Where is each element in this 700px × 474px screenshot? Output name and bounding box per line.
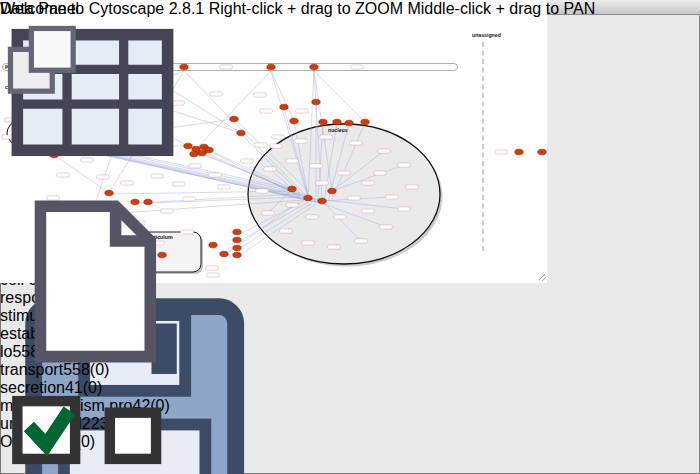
node-label-pill xyxy=(310,164,323,168)
network-node[interactable] xyxy=(304,195,312,201)
network-node[interactable] xyxy=(184,143,192,149)
float-panel-icon[interactable] xyxy=(0,88,84,105)
data-panel: Data Panel f(x) ID_cellularLayoutRegiona… xyxy=(0,0,185,474)
node-label-pill xyxy=(207,273,220,277)
node-label-pill xyxy=(328,245,341,249)
node-label-pill xyxy=(338,171,351,175)
node-label-pill xyxy=(320,135,333,139)
node-label-pill xyxy=(495,150,508,154)
network-node[interactable] xyxy=(233,245,241,251)
node-label-pill xyxy=(348,196,361,200)
node-label-pill xyxy=(189,164,202,168)
status-welcome: Welcome to Cytoscape 2.8.1 xyxy=(0,0,204,17)
node-label-pill xyxy=(351,65,364,69)
network-node[interactable] xyxy=(205,147,213,153)
node-label-pill xyxy=(272,135,285,139)
network-node[interactable] xyxy=(515,149,523,155)
node-label-pill xyxy=(316,181,329,185)
compartment-label: nucleus xyxy=(328,127,348,133)
network-node[interactable] xyxy=(267,64,275,70)
node-label-pill xyxy=(286,159,299,163)
node-label-pill xyxy=(362,209,375,213)
node-label-pill xyxy=(355,239,368,243)
node-label-pill xyxy=(262,211,275,215)
node-label-pill xyxy=(280,229,293,233)
status-pan-hint: Middle-click + drag to PAN xyxy=(407,0,595,17)
node-label-pill xyxy=(398,163,411,167)
status-bar: Welcome to Cytoscape 2.8.1 Right-click +… xyxy=(0,0,595,18)
network-node[interactable] xyxy=(328,188,336,194)
node-label-pill xyxy=(350,141,363,145)
node-label-pill xyxy=(255,143,268,147)
node-label-pill xyxy=(374,171,387,175)
network-node[interactable] xyxy=(230,116,238,122)
new-attribute-icon[interactable] xyxy=(0,360,185,377)
attribute-table-icon[interactable] xyxy=(0,171,185,188)
network-node[interactable] xyxy=(318,198,326,204)
node-label-pill xyxy=(296,109,309,113)
network-node[interactable] xyxy=(312,99,320,105)
network-node[interactable] xyxy=(280,104,288,110)
network-node[interactable] xyxy=(190,151,198,157)
network-node[interactable] xyxy=(310,64,318,70)
network-node[interactable] xyxy=(538,149,546,155)
node-label-pill xyxy=(241,159,254,163)
node-label-pill xyxy=(386,195,399,199)
node-label-pill xyxy=(218,185,231,189)
node-label-pill xyxy=(362,181,375,185)
node-label-pill xyxy=(302,241,315,245)
network-node[interactable] xyxy=(233,252,241,258)
network-node[interactable] xyxy=(333,119,341,125)
node-label-pill xyxy=(270,144,283,148)
node-label-pill xyxy=(334,215,347,219)
node-label-pill xyxy=(209,173,222,177)
compartment-label: unassigned xyxy=(472,32,501,38)
network-node[interactable] xyxy=(220,251,228,257)
network-node[interactable] xyxy=(233,237,241,243)
network-node[interactable] xyxy=(237,130,245,136)
network-node[interactable] xyxy=(345,120,353,126)
network-node[interactable] xyxy=(233,229,241,235)
node-label-pill xyxy=(264,167,277,171)
network-node[interactable] xyxy=(319,119,327,125)
network-node[interactable] xyxy=(361,119,369,125)
node-label-pill xyxy=(406,185,419,189)
node-label-pill xyxy=(220,65,233,69)
node-label-pill xyxy=(380,225,393,229)
network-node[interactable] xyxy=(209,242,217,248)
node-label-pill xyxy=(260,109,273,113)
node-label-pill xyxy=(286,203,299,207)
node-label-pill xyxy=(398,207,411,211)
status-zoom-hint: Right-click + drag to ZOOM xyxy=(209,0,403,17)
node-label-pill xyxy=(210,92,223,96)
network-node[interactable] xyxy=(290,118,298,124)
node-label-pill xyxy=(206,266,219,270)
node-label-pill xyxy=(295,139,308,143)
network-node[interactable] xyxy=(288,186,296,192)
node-label-pill xyxy=(306,215,319,219)
node-label-pill xyxy=(254,93,267,97)
node-label-pill xyxy=(378,149,391,153)
node-label-pill xyxy=(256,189,269,193)
